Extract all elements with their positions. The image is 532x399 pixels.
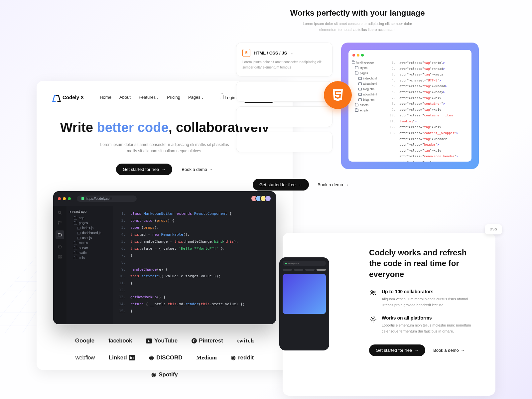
brand-logo: reddit [231, 354, 254, 361]
tree-item[interactable]: blog.html [352, 97, 381, 102]
feature-platforms: Works on all platformsLobortis elementum… [369, 315, 479, 334]
brand-logo: DISCORD [149, 354, 182, 361]
folder-icon [355, 109, 358, 112]
tree-item[interactable]: pages [70, 220, 110, 225]
svg-rect-7 [58, 257, 60, 259]
brand-logo: YouTube [146, 337, 178, 344]
brand-logo: Spotify [151, 371, 178, 378]
gear-icon [369, 315, 377, 323]
feature-body: Aliquam vestibulum morbi blandit cursus … [382, 296, 479, 308]
file-icon [358, 88, 362, 90]
brand-logo: facebook [108, 337, 132, 344]
code-editor-mock: https://codely.com ▸ react-app apppagesi… [53, 191, 276, 324]
svg-point-0 [58, 211, 61, 214]
realtime-title: Codely works and refresh the code in rea… [369, 247, 479, 280]
file-icon [358, 98, 362, 101]
book-demo-link[interactable]: Book a demo [182, 167, 213, 172]
code-area: 1.2.3.4.5.6.7.8.9.10.11.12.13.14.15. cla… [113, 206, 276, 324]
file-icon [77, 227, 80, 229]
tree-item[interactable]: about.html [352, 81, 381, 86]
html5-badge-icon [324, 81, 352, 109]
folder-icon [74, 247, 77, 249]
language-card-placeholder[interactable] [236, 132, 332, 152]
get-started-free-button[interactable]: Get started for free [116, 164, 172, 175]
branch-icon[interactable] [58, 220, 62, 225]
window-controls [352, 54, 364, 57]
svg-rect-5 [58, 255, 60, 257]
folder-icon [74, 222, 77, 224]
lang-card-body: Lorem ipsum dolor sit amet consectetur a… [242, 60, 326, 70]
tree-item[interactable]: server [70, 245, 110, 250]
logo[interactable]: Codely X [53, 94, 84, 101]
language-card-placeholder[interactable] [236, 106, 332, 127]
folder-icon [355, 66, 358, 69]
folder-icon [74, 257, 77, 259]
file-icon [77, 232, 80, 234]
feature-collaborators: Up to 100 collaboratorsAliquam vestibulu… [369, 289, 479, 308]
tree-item[interactable]: styles [352, 65, 381, 70]
tree-item[interactable]: user.js [70, 235, 110, 240]
chevron-down-icon: ⌄ [290, 51, 293, 55]
folder-icon [74, 217, 77, 219]
realtime-illustration: CSS odely.com [299, 247, 356, 381]
lang-subtitle: Lorem ipsum dolor sit amet consectetur a… [294, 21, 421, 33]
file-icon [358, 77, 362, 80]
activity-bar [53, 206, 66, 324]
tree-item[interactable]: about.html [352, 92, 381, 97]
tree-item[interactable]: utils [70, 255, 110, 260]
extensions-icon[interactable] [58, 254, 62, 259]
hero-subtitle: Lorem ipsum dolor sit amet consectetur a… [95, 142, 234, 154]
tree-item[interactable]: dashboard.js [70, 230, 110, 235]
logo-text: Codely X [63, 94, 84, 100]
folder-icon [355, 104, 358, 106]
files-icon[interactable] [56, 230, 64, 239]
language-card-html[interactable]: 5 HTML / CSS / JS ⌄ Lorem ipsum dolor si… [236, 43, 332, 76]
get-started-free-button[interactable]: Get started for free [253, 179, 309, 191]
search-icon[interactable] [58, 210, 62, 215]
brand-logos: GooglefacebookYouTubePinteresttwitchwebf… [53, 337, 276, 378]
url-bar: https://codely.com [77, 196, 137, 202]
nav-item-home[interactable]: Home [100, 95, 111, 100]
nav-item-pricing[interactable]: Pricing [167, 95, 180, 100]
logo-icon [53, 94, 60, 101]
svg-rect-6 [60, 255, 62, 257]
svg-point-11 [372, 318, 374, 320]
get-started-free-button[interactable]: Get started for free [369, 344, 425, 356]
nav-item-pages[interactable]: Pages [188, 95, 204, 100]
debug-icon[interactable] [58, 244, 62, 249]
tree-item[interactable]: assets [352, 102, 381, 108]
tree-item[interactable]: index.html [352, 76, 381, 81]
svg-point-2 [58, 224, 59, 224]
folder-icon [74, 242, 77, 244]
phone-mock: odely.com [279, 257, 329, 350]
tree-item[interactable]: routes [70, 240, 110, 245]
svg-point-9 [371, 291, 373, 293]
nav-item-features[interactable]: Features [139, 95, 159, 100]
feature-title: Works on all platforms [382, 315, 479, 321]
lang-title: Works perfectly with your language [236, 8, 479, 18]
tree-root[interactable]: ▸ react-app [70, 210, 110, 213]
tree-item[interactable]: landing-page [352, 60, 381, 65]
tree-item[interactable]: blog.html [352, 86, 381, 92]
feature-body: Lobortis elementum nibh tellus molestie … [382, 323, 479, 334]
realtime-section: CSS odely.com Codely works and refresh t… [283, 233, 495, 396]
feature-title: Up to 100 collaborators [382, 289, 479, 294]
svg-rect-8 [60, 257, 62, 259]
tree-item[interactable]: scripts [352, 108, 381, 113]
folder-icon [355, 72, 358, 74]
language-section: Works perfectly with your language Lorem… [219, 0, 495, 198]
nav-item-about[interactable]: About [119, 95, 131, 100]
brand-logo: Google [75, 337, 95, 344]
html5-icon: 5 [242, 49, 250, 57]
tree-item[interactable]: pages [352, 70, 381, 76]
lang-card-title: HTML / CSS / JS [254, 51, 287, 56]
tree-item[interactable]: app [70, 215, 110, 220]
file-icon [77, 237, 80, 239]
window-controls [58, 197, 71, 200]
tree-item[interactable]: static [70, 250, 110, 255]
tree-item[interactable]: index.js [70, 225, 110, 230]
book-demo-link[interactable]: Book a demo [433, 348, 465, 353]
lock-icon [81, 197, 84, 200]
book-demo-link[interactable]: Book a demo [318, 182, 349, 187]
language-card-placeholder[interactable] [236, 81, 332, 102]
